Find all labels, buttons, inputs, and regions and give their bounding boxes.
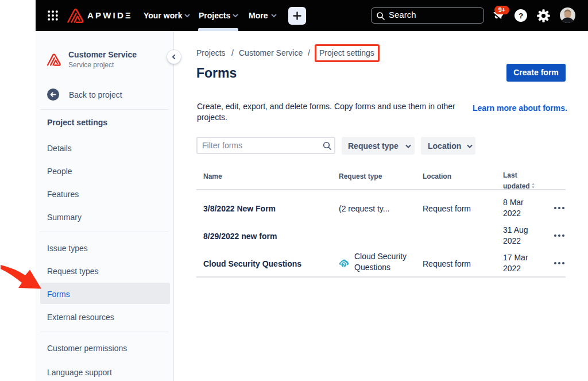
svg-text:?: ? — [342, 262, 345, 268]
svg-text:?: ? — [519, 11, 523, 20]
